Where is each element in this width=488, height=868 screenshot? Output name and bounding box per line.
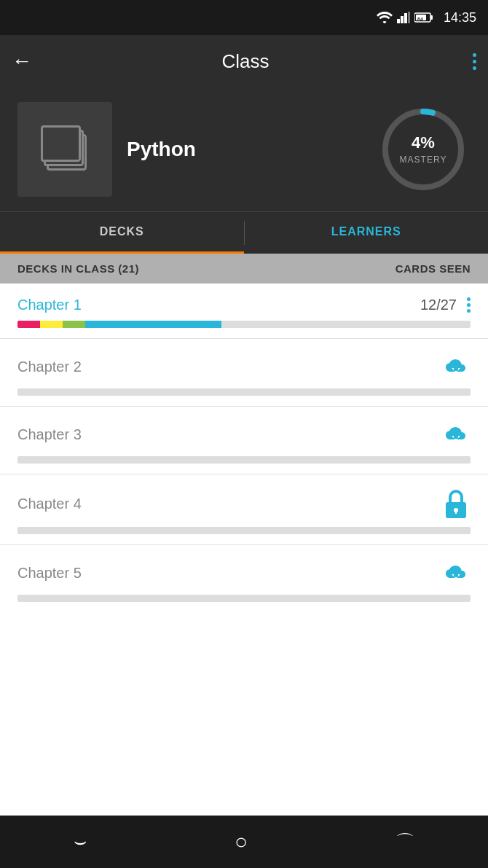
progress-seg-green xyxy=(63,321,85,328)
status-time: 14:35 xyxy=(444,10,476,26)
page-title: Class xyxy=(44,50,447,73)
deck-progress-2 xyxy=(17,388,471,396)
more-dot-3 xyxy=(473,66,476,70)
cards-seen-column-header: CARDS SEEN xyxy=(395,262,471,275)
lock-icon-4 xyxy=(441,488,471,520)
status-bar: 64 14:35 xyxy=(0,0,488,35)
nav-recent-button[interactable]: ⌒ xyxy=(395,829,414,855)
course-name: Python xyxy=(127,138,196,161)
deck-name-2: Chapter 2 xyxy=(17,359,82,375)
svg-rect-1 xyxy=(401,16,404,23)
svg-rect-5 xyxy=(430,15,433,20)
nav-home-button[interactable]: ○ xyxy=(235,829,248,854)
more-menu-button[interactable] xyxy=(473,53,476,70)
deck-item-chapter-1[interactable]: Chapter 1 12/27 xyxy=(0,284,488,339)
svg-rect-2 xyxy=(404,13,407,23)
mastery-percent: 4% xyxy=(400,133,447,152)
mastery-label: MASTERY xyxy=(400,155,447,165)
deck-score-1: 12/27 xyxy=(420,297,457,313)
deck-name-3: Chapter 3 xyxy=(17,426,82,443)
deck-more-button-1[interactable] xyxy=(467,297,471,313)
tab-decks[interactable]: DECKS xyxy=(0,212,244,254)
more-dot-1 xyxy=(473,53,476,57)
mastery-circle: 4% MASTERY xyxy=(376,102,471,197)
mastery-text: 4% MASTERY xyxy=(400,133,447,165)
header: ← Class xyxy=(0,35,488,87)
deck-list: Chapter 1 12/27 Chapter 2 xyxy=(0,284,488,612)
cloud-download-icon-2[interactable] xyxy=(441,352,471,381)
deck-progress-4 xyxy=(17,527,471,534)
progress-seg-pink xyxy=(17,321,40,328)
svg-rect-0 xyxy=(397,19,400,23)
deck-name-5: Chapter 5 xyxy=(17,565,82,582)
cards-stack-icon xyxy=(39,124,90,175)
deck-name-4: Chapter 4 xyxy=(17,496,82,512)
deck-item-chapter-4[interactable]: Chapter 4 xyxy=(0,474,488,545)
tabs-container: DECKS LEARNERS xyxy=(0,211,488,254)
svg-rect-3 xyxy=(408,12,410,23)
deck-progress-1 xyxy=(17,321,471,328)
cloud-download-icon-3[interactable] xyxy=(441,420,471,449)
cloud-download-icon-5[interactable] xyxy=(441,558,471,587)
svg-rect-14 xyxy=(455,510,457,514)
deck-item-chapter-3[interactable]: Chapter 3 xyxy=(0,407,488,474)
svg-text:64: 64 xyxy=(417,17,423,22)
deck-item-chapter-2[interactable]: Chapter 2 xyxy=(0,339,488,407)
deck-name-1: Chapter 1 xyxy=(17,297,82,313)
course-icon xyxy=(17,102,112,197)
back-button[interactable]: ← xyxy=(12,50,32,73)
deck-progress-5 xyxy=(17,595,471,602)
bottom-navigation: ⌣ ○ ⌒ xyxy=(0,816,488,868)
course-left: Python xyxy=(17,102,196,197)
deck-progress-3 xyxy=(17,456,471,464)
progress-seg-blue xyxy=(85,321,221,328)
more-dot-2 xyxy=(473,60,476,63)
nav-back-button[interactable]: ⌣ xyxy=(74,830,87,854)
tab-learners[interactable]: LEARNERS xyxy=(245,212,489,254)
decks-column-header: DECKS IN CLASS (21) xyxy=(17,262,395,275)
column-headers: DECKS IN CLASS (21) CARDS SEEN xyxy=(0,254,488,284)
deck-item-chapter-5[interactable]: Chapter 5 xyxy=(0,545,488,612)
course-info: Python 4% MASTERY xyxy=(0,87,488,211)
signal-icon xyxy=(397,12,410,23)
battery-icon: 64 xyxy=(414,12,433,23)
progress-seg-yellow xyxy=(40,321,63,328)
wifi-icon xyxy=(377,12,393,23)
